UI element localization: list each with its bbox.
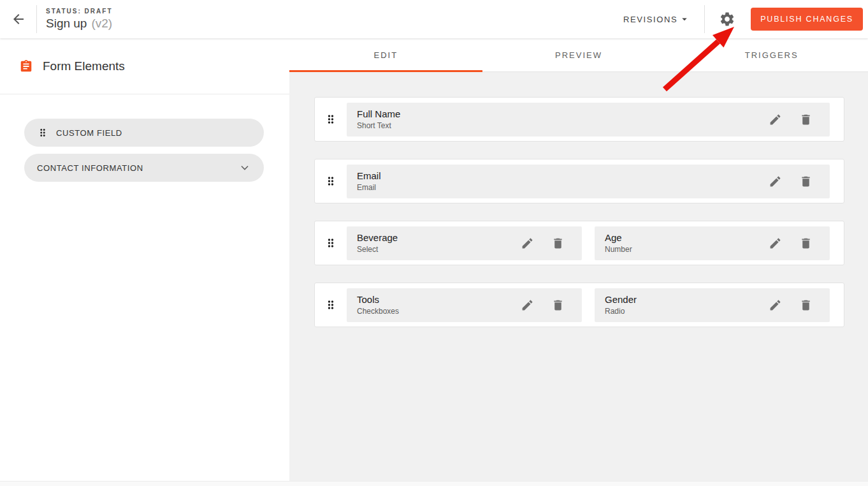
edit-field-button[interactable]: [519, 235, 535, 251]
back-button[interactable]: [0, 0, 36, 38]
tab-edit[interactable]: EDIT: [289, 38, 482, 71]
trash-icon: [799, 113, 813, 126]
custom-field-label: CUSTOM FIELD: [56, 128, 122, 138]
tab-preview[interactable]: PREVIEW: [482, 38, 676, 71]
row-drag-handle[interactable]: [315, 113, 347, 126]
pencil-icon: [521, 237, 534, 250]
trash-icon: [551, 298, 565, 312]
trash-icon: [551, 237, 565, 250]
edit-field-button[interactable]: [767, 235, 783, 251]
field-row: Email Email: [314, 159, 844, 203]
revisions-label: REVISIONS: [623, 15, 677, 24]
field-title: Tools: [357, 294, 519, 305]
field-title: Email: [357, 170, 767, 181]
field-panel-email: Email Email: [347, 165, 830, 198]
settings-gear-icon: [719, 11, 735, 27]
drag-handle-icon[interactable]: [37, 127, 48, 138]
field-type: Number: [605, 245, 767, 254]
edit-field-button[interactable]: [767, 297, 783, 313]
header-divider-right: [704, 5, 705, 33]
contact-information-label: CONTACT INFORMATION: [37, 163, 143, 173]
element-pill-list: CUSTOM FIELD CONTACT INFORMATION: [0, 94, 289, 182]
trash-icon: [799, 298, 813, 312]
field-row: Beverage Select Age Number: [314, 221, 844, 265]
drag-handle-icon: [324, 113, 337, 126]
field-panel-age: Age Number: [595, 226, 830, 260]
row-drag-handle[interactable]: [315, 237, 347, 249]
field-type: Checkboxes: [357, 307, 519, 316]
delete-field-button[interactable]: [798, 235, 813, 251]
form-status-block: STATUS: DRAFT Sign up (v2): [46, 8, 113, 31]
sidebar-item-contact-information[interactable]: CONTACT INFORMATION: [24, 154, 264, 182]
settings-gear-button[interactable]: [718, 10, 737, 29]
drag-handle-icon: [324, 298, 337, 311]
pencil-icon: [521, 298, 534, 312]
clipboard-icon: [19, 59, 33, 73]
horizontal-scrollbar-track: [0, 481, 868, 486]
delete-field-button[interactable]: [798, 173, 813, 189]
sidebar-item-custom-field[interactable]: CUSTOM FIELD: [24, 119, 264, 147]
caret-down-icon: [679, 13, 690, 25]
field-row: Tools Checkboxes Gender Radi: [314, 283, 844, 327]
field-type: Select: [357, 245, 519, 254]
field-title: Full Name: [357, 108, 767, 119]
drag-handle-icon: [324, 237, 337, 249]
pencil-icon: [769, 298, 782, 312]
field-panel-gender: Gender Radio: [595, 288, 830, 322]
revisions-dropdown[interactable]: REVISIONS: [623, 13, 690, 25]
row-drag-handle[interactable]: [315, 298, 347, 311]
field-title: Beverage: [357, 232, 519, 243]
pencil-icon: [769, 175, 782, 188]
field-title: Gender: [605, 294, 767, 305]
app-header: STATUS: DRAFT Sign up (v2) REVISIONS PUB…: [0, 0, 868, 38]
delete-field-button[interactable]: [798, 112, 813, 127]
delete-field-button[interactable]: [550, 297, 565, 313]
edit-field-button[interactable]: [767, 173, 783, 189]
row-drag-handle[interactable]: [315, 175, 347, 188]
pencil-icon: [769, 237, 782, 250]
form-builder-main: EDIT PREVIEW TRIGGERS Full Name Short Te…: [289, 38, 868, 486]
field-type: Short Text: [357, 121, 767, 130]
delete-field-button[interactable]: [798, 297, 813, 313]
field-row: Full Name Short Text: [314, 97, 844, 142]
field-title: Age: [605, 232, 767, 243]
field-type: Radio: [605, 307, 767, 316]
trash-icon: [799, 175, 813, 188]
pencil-icon: [769, 113, 782, 126]
delete-field-button[interactable]: [550, 235, 565, 251]
drag-handle-icon: [324, 175, 337, 188]
field-panel-beverage: Beverage Select: [347, 226, 582, 260]
form-title: Sign up: [46, 17, 87, 31]
header-divider-left: [36, 5, 37, 33]
form-version: (v2): [91, 17, 112, 31]
back-arrow-icon: [11, 11, 26, 27]
sidebar-header: Form Elements: [0, 38, 289, 94]
publish-changes-button[interactable]: PUBLISH CHANGES: [751, 8, 863, 31]
trash-icon: [799, 237, 813, 250]
tab-bar: EDIT PREVIEW TRIGGERS: [289, 38, 868, 72]
chevron-down-icon: [238, 161, 251, 174]
status-label: STATUS: DRAFT: [46, 8, 113, 15]
edit-field-button[interactable]: [519, 297, 535, 313]
edit-field-button[interactable]: [767, 112, 783, 127]
field-panel-full-name: Full Name Short Text: [347, 103, 830, 136]
tab-triggers[interactable]: TRIGGERS: [675, 38, 868, 71]
field-type: Email: [357, 183, 767, 192]
sidebar-title: Form Elements: [43, 59, 125, 73]
field-panel-tools: Tools Checkboxes: [347, 288, 582, 322]
form-elements-sidebar: Form Elements CUSTOM FIELD CONTACT INFOR…: [0, 38, 289, 486]
form-canvas: Full Name Short Text: [289, 72, 868, 486]
